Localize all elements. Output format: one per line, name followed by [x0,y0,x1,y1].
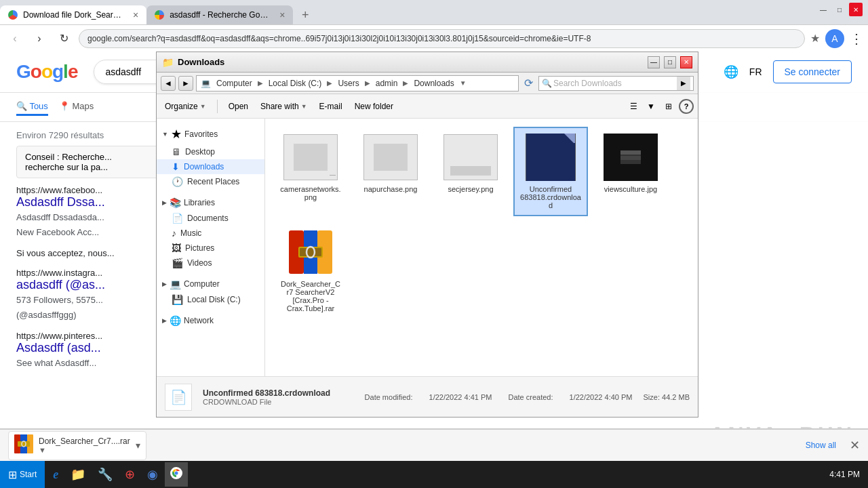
file-thumb-rar [283,228,338,276]
minimize-button[interactable]: — [816,3,830,16]
view-details-button[interactable]: ▼ [644,99,658,114]
sidebar: ▼ ★ Favorites 🖥 Desktop ⬇ Downloads 🕐 Re… [157,119,265,376]
sidebar-item-recent[interactable]: 🕐 Recent Places [157,174,264,189]
download-bar-close-button[interactable]: ✕ [850,438,860,453]
start-button[interactable]: ⊞ Start [0,461,45,488]
help-button[interactable]: ? [679,99,694,114]
share-with-button[interactable]: Share with ▼ [256,100,311,113]
computer-expand-icon: ▶ [162,281,167,287]
dialog-close-button[interactable]: ✕ [680,56,692,68]
file-item-napurchase[interactable]: napurchase.png [353,127,428,216]
pictures-label: Pictures [185,243,214,253]
new-tab-button[interactable]: + [296,5,315,24]
path-icon: 💻 [201,79,211,88]
close-button[interactable]: ✕ [849,3,863,16]
sidebar-computer-header[interactable]: ▶ 💻 Computer [157,276,264,292]
sidebar-item-localdisk[interactable]: 💾 Local Disk (C:) [157,292,264,307]
sidebar-libraries-header[interactable]: ▶ 📚 Libraries [157,195,264,211]
explorer-icon: 📁 [71,467,85,482]
svg-rect-9 [18,441,30,447]
refresh-path-icon[interactable]: ⟳ [524,77,533,89]
toolbar: Organize ▼ Open Share with ▼ E-mail New … [157,94,698,119]
path-downloads[interactable]: Downloads [411,77,456,89]
forward-button[interactable]: › [30,29,49,48]
address-text: google.com/search?q=asdasdff&oq=asdasdff… [87,34,591,43]
taskbar-item-app3[interactable]: 🔧 [92,462,118,487]
taskbar-item-explorer[interactable]: 📁 [65,462,91,487]
chrome-icon [170,467,182,483]
menu-button[interactable]: ⋮ [850,30,863,47]
path-computer[interactable]: Computer [214,77,255,89]
search-go-button[interactable]: ▶ [677,77,690,90]
download-expand-arrow-icon[interactable]: ▾ [136,440,140,451]
new-folder-button[interactable]: New folder [351,100,397,113]
taskbar-item-app4[interactable]: ⊕ [119,462,140,487]
download-item: Dork_Searcher_Cr7....rar ▼ ▾ [8,431,146,460]
path-forward-button[interactable]: ► [178,76,193,91]
taskbar-item-chrome[interactable] [165,462,188,487]
png-stripe-3 [450,166,491,176]
crdownload-fold-shadow [563,134,574,143]
tab-active[interactable]: Download file Dork_Searcher_Cr7.S... × [0,5,146,24]
header-right: 🌐 FR Se connecter [724,60,852,83]
open-button[interactable]: Open [224,100,252,113]
sidebar-item-documents[interactable]: 📄 Documents [157,211,264,226]
sidebar-network-header[interactable]: ▶ 🌐 Network [157,312,264,329]
view-list-button[interactable]: ☰ [626,99,641,114]
file-thumb-napurchase [363,134,418,181]
sidebar-item-pictures[interactable]: 🖼 Pictures [157,241,264,256]
path-back-button[interactable]: ◄ [161,76,176,91]
dialog-restore-button[interactable]: □ [664,56,676,68]
login-button[interactable]: Se connecter [773,60,852,83]
tab-title-1: Download file Dork_Searcher_Cr7.S... [23,10,125,20]
sidebar-item-desktop[interactable]: 🖥 Desktop [157,144,264,159]
path-breadcrumb[interactable]: 💻 Computer ▶ Local Disk (C:) ▶ Users ▶ a… [196,75,519,92]
file-item-camerasnetworks[interactable]: — camerasnetworks.png [273,127,348,216]
music-icon: ♪ [172,228,176,239]
app5-icon: ◉ [147,467,158,482]
taskbar-item-ie[interactable]: e [47,462,64,487]
path-admin[interactable]: admin [373,77,401,89]
file-area: — camerasnetworks.png napurchase.png [265,119,698,376]
bookmark-icon[interactable]: ★ [810,32,820,45]
maximize-button[interactable]: □ [833,3,846,16]
back-button[interactable]: ‹ [5,29,24,48]
file-name-napurchase: napurchase.png [364,185,418,193]
dialog-minimize-button[interactable]: — [648,56,660,68]
refresh-button[interactable]: ↻ [54,29,73,48]
tab-favicon-2 [155,10,164,20]
size-value: 44.2 MB [662,393,690,401]
sidebar-item-downloads[interactable]: ⬇ Downloads [157,159,264,174]
tab-close-1[interactable]: × [133,9,138,20]
file-item-secjersey[interactable]: secjersey.png [433,127,508,216]
organize-button[interactable]: Organize ▼ [161,100,210,113]
email-button[interactable]: E-mail [315,100,347,113]
taskbar-item-app5[interactable]: ◉ [142,462,163,487]
tab-inactive[interactable]: asdasdff - Recherche Google × [146,5,293,24]
file-explorer-dialog: 📁 Downloads — □ ✕ ◄ ► 💻 Computer ▶ Local… [156,52,698,418]
viewsculture-thumbnail [604,134,658,181]
sidebar-item-music[interactable]: ♪ Music [157,226,264,241]
sidebar-favorites-header[interactable]: ▼ ★ Favorites [157,124,264,144]
date-modified-label: Date modified: [365,393,413,401]
search-input[interactable]: Search Downloads [553,79,675,88]
profile-button[interactable]: A [825,29,844,48]
show-all-button[interactable]: Show all [806,441,836,450]
file-thumb-viewsculture [604,134,658,181]
nav-item-tous[interactable]: 🔍 Tous [16,98,48,116]
favorites-label: Favorites [184,129,218,139]
refresh-icon[interactable]: ⟳ [524,77,533,89]
file-item-viewsculture[interactable]: viewsculture.jpg [593,127,668,216]
view-large-button[interactable]: ⊞ [661,99,676,114]
tab-close-2[interactable]: × [279,9,285,20]
nav-item-maps[interactable]: 📍 Maps [59,98,94,116]
path-localdisk[interactable]: Local Disk (C:) [266,77,325,89]
file-name-crdownload: Unconfirmed 683818.crdownload [520,185,581,209]
path-users[interactable]: Users [335,77,361,89]
sidebar-item-videos[interactable]: 🎬 Videos [157,256,264,270]
file-item-crdownload[interactable]: Unconfirmed 683818.crdownload [513,127,588,216]
file-item-rar[interactable]: Dork_Searcher_Cr7 SearcherV2 [Crax.Pro -… [273,222,348,319]
download-bar: Dork_Searcher_Cr7....rar ▼ ▾ Show all ✕ [0,428,868,461]
address-bar[interactable]: google.com/search?q=asdasdff&oq=asdasdff… [79,29,805,48]
search-box[interactable]: 🔍 Search Downloads ▶ [538,76,694,91]
